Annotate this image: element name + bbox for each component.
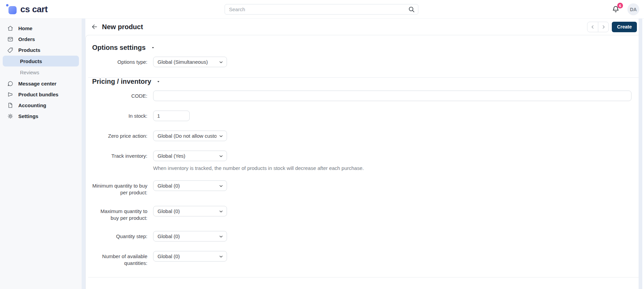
chevron-left-icon xyxy=(590,24,596,30)
field-label: Maximum quantity to buy per product: xyxy=(92,206,147,222)
form-field-code: CODE: xyxy=(92,91,632,101)
megaphone-icon xyxy=(6,91,14,98)
cscart-logo-text: cs cart xyxy=(20,4,47,15)
sidebar-item-product-bundles[interactable]: Product bundles xyxy=(0,89,82,100)
sidebar: HomeOrdersProductsProductsReviewsMessage… xyxy=(0,19,82,289)
orders-icon xyxy=(6,35,14,43)
search-input[interactable] xyxy=(225,4,418,15)
field-control xyxy=(153,91,631,101)
field-control: Global (0) xyxy=(153,206,227,216)
sidebar-item-reviews[interactable]: Reviews xyxy=(3,67,79,78)
chevron-down-icon xyxy=(219,134,224,139)
message-icon xyxy=(6,80,14,87)
caret-down-icon xyxy=(156,79,161,84)
field-label: CODE: xyxy=(92,91,147,99)
form-field-track-inventory: Track inventory:Global (Yes)When invento… xyxy=(92,151,632,171)
search-icon[interactable] xyxy=(407,5,416,14)
topbar-actions: 6 DA xyxy=(611,0,639,19)
chevron-down-icon xyxy=(219,234,224,239)
form-field-number-of-available-quantities: Number of available quantities:Global (0… xyxy=(92,251,632,267)
section-title-text: Pricing / inventory xyxy=(92,78,151,85)
field-control: Global (Simultaneous) xyxy=(153,57,227,67)
topbar: cs cart 6 DA xyxy=(0,0,644,19)
form-field-quantity-step: Quantity step:Global (0) xyxy=(92,231,632,242)
max-quantity-per-product-select[interactable]: Global (0) xyxy=(153,206,227,216)
chevron-down-icon xyxy=(219,209,224,214)
window-edge xyxy=(642,19,644,289)
product-form: Options settingsOptions type:Global (Sim… xyxy=(85,35,639,289)
field-control: Global (Yes)When inventory is tracked, t… xyxy=(153,151,364,171)
field-label: Minimum quantity to buy per product: xyxy=(92,180,147,196)
chevron-down-icon xyxy=(219,60,224,65)
sidebar-item-accounting[interactable]: Accounting xyxy=(0,100,82,111)
sidebar-item-label: Products xyxy=(18,47,40,53)
sidebar-item-label: Settings xyxy=(18,113,38,119)
sidebar-item-home[interactable]: Home xyxy=(0,23,82,34)
selected-value: Global (0) xyxy=(158,183,180,189)
avatar[interactable]: DA xyxy=(627,3,639,15)
sidebar-item-label: Accounting xyxy=(18,102,46,108)
prev-next-group xyxy=(587,22,609,32)
form-section: Options settingsOptions type:Global (Sim… xyxy=(92,44,632,67)
section-title[interactable]: Options settings xyxy=(92,44,632,52)
sidebar-item-settings[interactable]: Settings xyxy=(0,111,82,121)
field-label: Quantity step: xyxy=(92,231,147,240)
selected-value: Global (0) xyxy=(158,253,180,259)
min-quantity-per-product-select[interactable]: Global (0) xyxy=(153,180,227,191)
chevron-right-icon xyxy=(601,24,606,30)
document-icon xyxy=(6,101,14,109)
selected-value: Global (0) xyxy=(158,233,180,239)
caret-down-icon xyxy=(151,45,155,50)
section-title-text: Options settings xyxy=(92,44,146,52)
header-actions: Create xyxy=(587,22,637,32)
selected-value: Global (Do not allow custome xyxy=(158,133,216,139)
options-type-select[interactable]: Global (Simultaneous) xyxy=(153,57,227,67)
global-search xyxy=(225,4,418,15)
quantity-step-select[interactable]: Global (0) xyxy=(153,231,227,242)
sidebar-item-label: Message center xyxy=(18,81,57,86)
field-hint: When inventory is tracked, the number of… xyxy=(153,165,364,171)
cscart-logo-icon xyxy=(6,4,17,15)
section-divider xyxy=(88,277,639,277)
form-field-max-quantity-per-product: Maximum quantity to buy per product:Glob… xyxy=(92,206,632,222)
selected-value: Global (Yes) xyxy=(158,153,185,159)
next-button[interactable] xyxy=(598,22,608,32)
chevron-down-icon xyxy=(219,254,224,259)
track-inventory-select[interactable]: Global (Yes) xyxy=(153,151,227,161)
back-button[interactable] xyxy=(90,22,99,32)
code-input[interactable] xyxy=(153,91,631,101)
previous-button[interactable] xyxy=(587,22,598,32)
field-label: In stock: xyxy=(92,111,147,119)
arrow-left-icon xyxy=(91,23,98,31)
sidebar-item-message-center[interactable]: Message center xyxy=(0,78,82,89)
field-label: Track inventory: xyxy=(92,151,147,159)
selected-value: Global (0) xyxy=(158,208,180,214)
form-field-in-stock: In stock: xyxy=(92,111,632,121)
form-field-min-quantity-per-product: Minimum quantity to buy per product:Glob… xyxy=(92,180,632,196)
home-icon xyxy=(6,24,14,32)
sidebar-item-orders[interactable]: Orders xyxy=(0,34,82,44)
field-control xyxy=(153,111,190,121)
field-control: Global (0) xyxy=(153,251,227,262)
field-label: Zero price action: xyxy=(92,131,147,139)
create-button[interactable]: Create xyxy=(612,22,637,32)
zero-price-action-select[interactable]: Global (Do not allow custome xyxy=(153,131,227,141)
sidebar-item-products[interactable]: Products xyxy=(0,44,82,55)
notification-badge: 6 xyxy=(617,3,623,8)
sidebar-item-label: Orders xyxy=(18,36,35,42)
field-label: Number of available quantities: xyxy=(92,251,147,267)
section-title[interactable]: Pricing / inventory xyxy=(92,78,632,85)
page-title: New product xyxy=(102,23,143,31)
field-control: Global (0) xyxy=(153,180,227,191)
selected-value: Global (Simultaneous) xyxy=(158,59,208,65)
content-scrollbar[interactable] xyxy=(639,19,642,289)
number-of-available-quantities-select[interactable]: Global (0) xyxy=(153,251,227,262)
notifications-button[interactable]: 6 xyxy=(611,5,620,14)
chevron-down-icon xyxy=(219,184,224,189)
field-control: Global (Do not allow custome xyxy=(153,131,227,141)
cscart-logo[interactable]: cs cart xyxy=(6,4,47,15)
in-stock-input[interactable] xyxy=(153,111,190,121)
sidebar-scrollbar[interactable] xyxy=(82,19,85,289)
sidebar-item-products-list[interactable]: Products xyxy=(3,56,79,66)
main-area: New product Create Optio xyxy=(85,19,639,289)
